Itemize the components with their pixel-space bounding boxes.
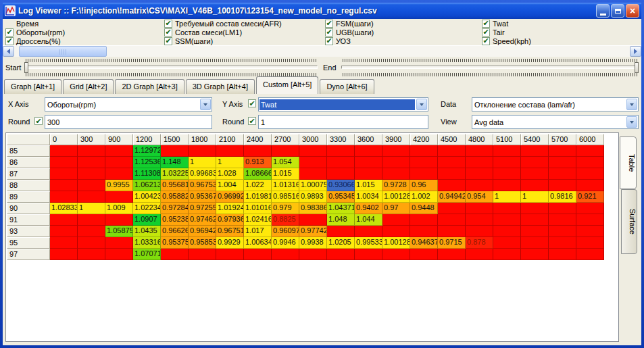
heatmap-cell[interactable]: 0.9728	[382, 180, 410, 191]
round-y-checkbox[interactable]: ✔	[248, 117, 256, 125]
heatmap-cell[interactable]: 1.028	[216, 168, 244, 180]
heatmap-cell[interactable]	[327, 168, 355, 180]
heatmap-cell[interactable]	[549, 157, 576, 168]
heatmap-cell[interactable]: 0.98516	[272, 191, 299, 203]
heatmap-cell[interactable]: 0.99683	[189, 168, 216, 180]
heatmap-cell[interactable]: 0.96942	[189, 226, 216, 237]
heatmap-cell[interactable]	[327, 226, 355, 237]
heatmap-cell[interactable]	[576, 180, 604, 191]
chevron-down-icon[interactable]	[626, 116, 637, 128]
heatmap-cell[interactable]	[355, 226, 382, 237]
heatmap-cell[interactable]: 1	[493, 191, 521, 203]
heatmap-cell[interactable]	[576, 145, 604, 157]
heatmap-cell[interactable]: 0.97936	[216, 214, 244, 226]
heatmap-cell[interactable]: 0.9715	[438, 237, 466, 249]
heatmap-cell[interactable]	[244, 249, 272, 260]
heatmap-cell[interactable]	[493, 157, 521, 168]
heatmap-cell[interactable]	[576, 226, 604, 237]
heatmap-cell[interactable]: 0.96097	[272, 226, 299, 237]
heatmap-cell[interactable]: 1.054	[272, 157, 299, 168]
heatmap-cell[interactable]: 0.97742	[299, 226, 327, 237]
heatmap-cell[interactable]: 1.01016	[244, 203, 272, 214]
heatmap-cell[interactable]	[410, 145, 438, 157]
heatmap-cell[interactable]: 1.11308	[133, 168, 161, 180]
heatmap-cell[interactable]	[493, 203, 521, 214]
heatmap-cell[interactable]	[576, 203, 604, 214]
heatmap-cell[interactable]: 1	[189, 157, 216, 168]
heatmap-cell[interactable]	[493, 180, 521, 191]
heatmap-cell[interactable]: 0.97284	[161, 203, 189, 214]
heatmap-cell[interactable]: 1.015	[272, 168, 299, 180]
heatmap-cell[interactable]	[521, 249, 549, 260]
heatmap-cell[interactable]	[105, 191, 133, 203]
heatmap-cell[interactable]	[410, 168, 438, 180]
heatmap-cell[interactable]	[576, 157, 604, 168]
heatmap-cell[interactable]	[299, 249, 327, 260]
heatmap-cell[interactable]	[521, 157, 549, 168]
heatmap-cell[interactable]: 1.004	[216, 180, 244, 191]
x-axis-combobox[interactable]: Обороты(rpm)	[45, 97, 212, 111]
scrollbar-thumb[interactable]	[19, 46, 107, 57]
heatmap-cell[interactable]	[576, 249, 604, 260]
heatmap-cell[interactable]	[549, 249, 576, 260]
heatmap-cell[interactable]	[438, 249, 466, 260]
heatmap-cell[interactable]	[466, 157, 493, 168]
heatmap-cell[interactable]: 0.95367	[189, 191, 216, 203]
heatmap-cell[interactable]	[438, 226, 466, 237]
heatmap-cell[interactable]	[327, 249, 355, 260]
round-x-input[interactable]	[45, 115, 212, 129]
signal-checkbox[interactable]: ✔	[5, 37, 14, 45]
heatmap-cell[interactable]	[355, 168, 382, 180]
signal-checkbox[interactable]: ✔	[325, 20, 333, 28]
heatmap-cell[interactable]	[493, 168, 521, 180]
round-y-input[interactable]	[258, 115, 428, 129]
signal-checkbox[interactable]: ✔	[482, 20, 490, 28]
heatmap-cell[interactable]: 1.002	[410, 191, 438, 203]
heatmap-cell[interactable]	[382, 214, 410, 226]
heatmap-cell[interactable]	[521, 145, 549, 157]
heatmap-cell[interactable]: 1.044	[355, 214, 382, 226]
heatmap-cell[interactable]: 1.00128	[382, 191, 410, 203]
heatmap-cell[interactable]	[327, 157, 355, 168]
heatmap-cell[interactable]: 1.00423	[133, 191, 161, 203]
heatmap-cell[interactable]	[355, 249, 382, 260]
heatmap-cell[interactable]: 0.9816	[549, 191, 576, 203]
heatmap-cell[interactable]: 1.01316	[272, 180, 299, 191]
y-axis-combobox[interactable]: Twat	[258, 97, 428, 111]
tab-3d[interactable]: 3D Graph [Alt+4]	[186, 79, 255, 94]
heatmap-cell[interactable]	[466, 168, 493, 180]
heatmap-cell[interactable]	[549, 214, 576, 226]
heatmap-cell[interactable]: 0.95375	[161, 237, 189, 249]
heatmap-cell[interactable]: 1.0034	[355, 191, 382, 203]
heatmap-cell[interactable]	[78, 226, 105, 237]
scroll-left-button[interactable]	[3, 46, 14, 57]
data-combobox[interactable]: Отклонение состава (lam/afr)	[472, 97, 639, 111]
heatmap-cell[interactable]	[576, 214, 604, 226]
heatmap-cell[interactable]: 0.95681	[161, 180, 189, 191]
heatmap-cell[interactable]	[50, 180, 78, 191]
heatmap-cell[interactable]	[105, 168, 133, 180]
tab-dyno[interactable]: Dyno [Alt+6]	[320, 79, 374, 94]
view-combobox[interactable]: Avg data	[472, 115, 639, 129]
heatmap-cell[interactable]	[549, 145, 576, 157]
heatmap-cell[interactable]	[78, 191, 105, 203]
signal-checkbox[interactable]: ✔	[164, 28, 172, 36]
heatmap-cell[interactable]: 0.9938	[299, 237, 327, 249]
heatmap-cell[interactable]: 0.9955	[105, 180, 133, 191]
heatmap-cell[interactable]: 1.00634	[244, 237, 272, 249]
heatmap-cell[interactable]	[521, 237, 549, 249]
heatmap-cell[interactable]	[105, 249, 133, 260]
heatmap-cell[interactable]	[216, 249, 244, 260]
heatmap-cell[interactable]	[410, 249, 438, 260]
heatmap-cell[interactable]	[161, 249, 189, 260]
side-tab-surface[interactable]: Surface	[621, 189, 637, 254]
heatmap-cell[interactable]: 1.01981	[244, 191, 272, 203]
side-tab-table[interactable]: Table	[620, 136, 637, 189]
signal-checkbox[interactable]: ✔	[164, 20, 172, 28]
heatmap-cell[interactable]: 0.94637	[410, 237, 438, 249]
heatmap-cell[interactable]: 1.03225	[161, 168, 189, 180]
heatmap-cell[interactable]: 0.94942	[438, 191, 466, 203]
heatmap-cell[interactable]	[78, 237, 105, 249]
heatmap-cell[interactable]: 1.00075	[299, 180, 327, 191]
heatmap-cell[interactable]	[438, 168, 466, 180]
